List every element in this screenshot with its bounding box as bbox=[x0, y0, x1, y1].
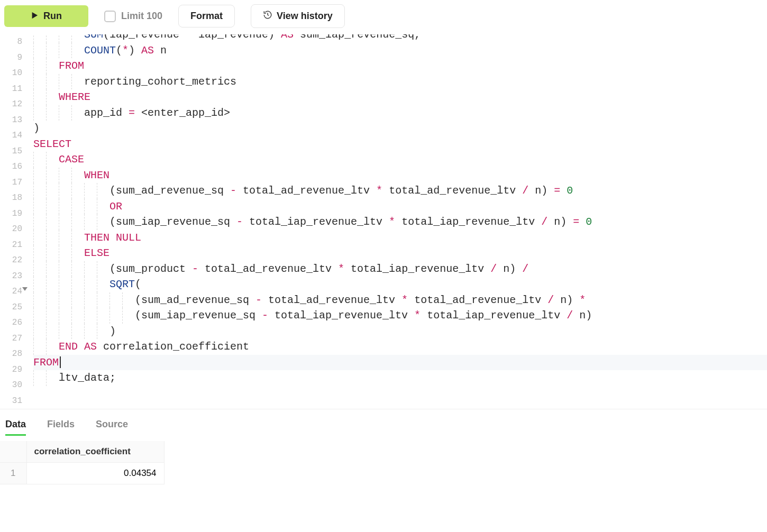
code-line[interactable]: ELSE bbox=[33, 245, 767, 261]
indent-guide bbox=[71, 74, 84, 90]
token-op: - bbox=[230, 185, 236, 197]
indent-guide bbox=[59, 168, 71, 184]
indent-guide bbox=[97, 324, 109, 340]
table-row[interactable]: 10.04354 bbox=[0, 463, 164, 484]
results-table: correlation_coefficient 10.04354 bbox=[0, 441, 165, 484]
indent-guide bbox=[46, 214, 59, 230]
code-line[interactable]: COUNT(*) AS n bbox=[33, 43, 767, 59]
indent-guide bbox=[122, 308, 135, 324]
format-button[interactable]: Format bbox=[178, 5, 235, 27]
token-id: ( bbox=[116, 44, 122, 57]
indent-guide bbox=[46, 34, 59, 43]
history-icon bbox=[263, 10, 272, 22]
indent-guide bbox=[33, 214, 46, 230]
token-kw: CASE bbox=[59, 153, 84, 166]
line-number: 18 bbox=[0, 190, 22, 206]
token-num: 0 bbox=[586, 216, 592, 228]
indent-guide bbox=[33, 168, 46, 184]
code-line[interactable]: THEN NULL bbox=[33, 230, 767, 246]
token-fn: COUNT bbox=[84, 44, 116, 57]
line-number: 11 bbox=[0, 81, 22, 97]
token-op: - bbox=[236, 216, 243, 228]
code-line[interactable]: END AS correlation_coefficient bbox=[33, 339, 767, 355]
indent-guide bbox=[84, 261, 97, 277]
code-line[interactable]: SUM(iap_revenue * iap_revenue) AS sum_ia… bbox=[33, 34, 767, 43]
indent-guide bbox=[46, 230, 59, 246]
column-header[interactable]: correlation_coefficient bbox=[26, 441, 164, 463]
tab-source[interactable]: Source bbox=[96, 419, 128, 436]
line-number: 13 bbox=[0, 113, 22, 129]
token-id: n) bbox=[497, 263, 522, 275]
token-id: reporting_cohort_metrics bbox=[84, 76, 236, 88]
row-number-header bbox=[0, 441, 26, 463]
indent-guide bbox=[59, 105, 71, 121]
code-line[interactable] bbox=[33, 386, 767, 402]
code-line[interactable]: CASE bbox=[33, 152, 767, 168]
indent-guide bbox=[59, 199, 71, 215]
tab-fields[interactable]: Fields bbox=[47, 419, 75, 436]
indent-guide bbox=[59, 183, 71, 199]
fold-marker-icon[interactable] bbox=[22, 287, 28, 291]
line-number: 22 bbox=[0, 253, 22, 269]
code-line[interactable]: reporting_cohort_metrics bbox=[33, 74, 767, 90]
indent-guide bbox=[33, 152, 46, 168]
code-line[interactable]: OR bbox=[33, 199, 767, 215]
token-kw: SELECT bbox=[33, 138, 71, 150]
line-number: 8 bbox=[0, 34, 22, 50]
indent-guide bbox=[33, 105, 46, 121]
checkbox-icon[interactable] bbox=[104, 11, 116, 22]
token-kw: WHERE bbox=[59, 91, 90, 103]
code-line[interactable]: ) bbox=[33, 121, 767, 136]
indent-guide bbox=[33, 308, 46, 324]
token-id: (sum_product bbox=[109, 263, 192, 275]
code-line[interactable]: WHEN bbox=[33, 168, 767, 184]
run-button[interactable]: Run bbox=[4, 5, 88, 27]
code-line[interactable]: FROM bbox=[33, 58, 767, 74]
code-area[interactable]: SUM(iap_revenue * iap_revenue) AS sum_ia… bbox=[33, 34, 767, 401]
token-id: ) bbox=[33, 122, 40, 134]
code-line[interactable]: ) bbox=[33, 324, 767, 340]
code-line[interactable]: (sum_ad_revenue_sq - total_ad_revenue_lt… bbox=[33, 292, 767, 308]
token-op: * bbox=[376, 185, 382, 197]
code-line[interactable]: ltv_data; bbox=[33, 370, 767, 386]
indent-guide bbox=[71, 261, 84, 277]
line-number: 20 bbox=[0, 222, 22, 237]
token-op: / bbox=[522, 185, 528, 197]
table-cell[interactable]: 0.04354 bbox=[26, 463, 164, 484]
token-kw: AS bbox=[281, 34, 294, 41]
token-op: / bbox=[522, 263, 528, 275]
limit-toggle[interactable]: Limit 100 bbox=[104, 11, 162, 22]
code-line[interactable]: (sum_iap_revenue_sq - total_iap_revenue_… bbox=[33, 214, 767, 230]
tab-data[interactable]: Data bbox=[5, 419, 26, 436]
sql-editor[interactable]: 8910111213141516171819202122232425262728… bbox=[0, 34, 767, 409]
row-number-cell: 1 bbox=[0, 463, 26, 484]
indent-guide bbox=[109, 308, 122, 324]
indent-guide bbox=[122, 292, 135, 308]
code-line[interactable]: FROM bbox=[33, 355, 767, 371]
token-kw: WHEN bbox=[84, 169, 109, 181]
token-fn: SUM bbox=[84, 34, 103, 41]
code-line[interactable]: (sum_iap_revenue_sq - total_iap_revenue_… bbox=[33, 308, 767, 324]
indent-guide bbox=[59, 214, 71, 230]
code-line[interactable]: SELECT bbox=[33, 136, 767, 152]
indent-guide bbox=[59, 277, 71, 292]
code-line[interactable]: WHERE bbox=[33, 89, 767, 105]
indent-guide bbox=[71, 245, 84, 261]
view-history-button[interactable]: View history bbox=[251, 4, 345, 28]
token-kw: FROM bbox=[33, 356, 59, 369]
line-number: 30 bbox=[0, 378, 22, 393]
indent-guide bbox=[59, 324, 71, 340]
code-line[interactable]: (sum_ad_revenue_sq - total_ad_revenue_lt… bbox=[33, 183, 767, 199]
token-id: app_id bbox=[84, 107, 129, 119]
code-line[interactable]: app_id = <enter_app_id> bbox=[33, 105, 767, 121]
indent-guide bbox=[33, 74, 46, 90]
code-line[interactable]: SQRT( bbox=[33, 277, 767, 292]
line-number: 26 bbox=[0, 315, 22, 331]
indent-guide bbox=[46, 292, 59, 308]
token-id: sum_iap_revenue_sq, bbox=[294, 34, 421, 41]
code-line[interactable]: (sum_product - total_ad_revenue_ltv * to… bbox=[33, 261, 767, 277]
indent-guide bbox=[59, 308, 71, 324]
line-number: 12 bbox=[0, 97, 22, 113]
line-number-gutter: 8910111213141516171819202122232425262728… bbox=[0, 34, 30, 409]
indent-guide bbox=[71, 292, 84, 308]
